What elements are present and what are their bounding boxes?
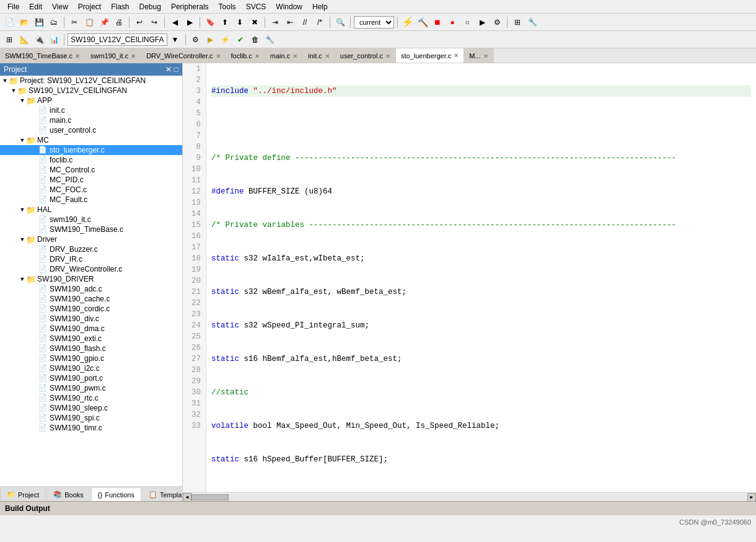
tree-mc-control[interactable]: 📄 MC_Control.c <box>0 165 182 175</box>
tab-swm190-timebase[interactable]: SWM190_TimeBase.c ✕ <box>0 48 86 63</box>
tab-close-6[interactable]: ✕ <box>385 53 390 60</box>
find-btn[interactable]: 🔍 <box>333 16 347 29</box>
tree-mc-pid[interactable]: 📄 MC_PID.c <box>0 175 182 185</box>
tab-drv-wirecontroller[interactable]: DRV_WireController.c ✕ <box>141 48 226 63</box>
menu-file[interactable]: File <box>2 1 24 12</box>
tb2-btn4[interactable]: 📊 <box>47 33 61 47</box>
tree-drv-ir[interactable]: 📄 DRV_IR.c <box>0 254 182 264</box>
menu-edit[interactable]: Edit <box>24 1 47 12</box>
compile-btn[interactable]: ⚡ <box>401 16 415 29</box>
tab-close-1[interactable]: ✕ <box>131 53 136 60</box>
tab-functions[interactable]: {} Functions <box>91 487 141 501</box>
tree-swm190-cache[interactable]: 📄 SWM190_cache.c <box>0 294 182 304</box>
tree-init[interactable]: 📄 init.c <box>0 105 182 115</box>
tab-foclib[interactable]: foclib.c ✕ <box>226 48 265 63</box>
code-area[interactable]: 1 2 3 4 5 6 7 8 9 10 11 12 13 14 15 16 1… <box>183 63 756 492</box>
tree-drv-wire[interactable]: 📄 DRV_WireController.c <box>0 264 182 274</box>
tree-swm190-exti[interactable]: 📄 SWM190_exti.c <box>0 334 182 344</box>
menu-tools[interactable]: Tools <box>214 1 241 12</box>
tab-close-3[interactable]: ✕ <box>255 53 260 60</box>
tb2-run-btn[interactable]: ▶ <box>204 33 218 47</box>
cut-btn[interactable]: ✂ <box>68 16 81 29</box>
tree-drv-buzzer[interactable]: 📄 DRV_Buzzer.c <box>0 244 182 254</box>
debug-step-btn[interactable]: ▶ <box>475 16 489 29</box>
window-btn[interactable]: ⊞ <box>511 16 524 29</box>
menu-window[interactable]: Window <box>271 1 307 12</box>
bookmark-prev-btn[interactable]: ⬆ <box>218 16 232 29</box>
build-btn[interactable]: 🔨 <box>416 16 429 29</box>
menu-debug[interactable]: Debug <box>134 1 166 12</box>
save-btn[interactable]: 💾 <box>32 16 46 29</box>
tree-swm190-spi[interactable]: 📄 SWM190_spi.c <box>0 413 182 423</box>
hscroll-thumb[interactable] <box>191 494 229 500</box>
tree-swm190-i2c[interactable]: 📄 SWM190_i2c.c <box>0 363 182 373</box>
tab-books[interactable]: 📚 Books <box>46 487 90 501</box>
tree-user-control[interactable]: 📄 user_control.c <box>0 125 182 135</box>
tb2-browse-btn[interactable]: ▼ <box>169 33 182 47</box>
tree-swm190-timebase[interactable]: 📄 SWM190_TimeBase.c <box>0 224 182 234</box>
bookmark-next-btn[interactable]: ⬇ <box>233 16 247 29</box>
tab-close-5[interactable]: ✕ <box>325 53 330 60</box>
tab-main[interactable]: main.c ✕ <box>265 48 303 63</box>
hscroll-right-btn[interactable]: ▶ <box>747 493 756 502</box>
tree-foclib[interactable]: 📄 foclib.c <box>0 155 182 165</box>
tree-app-group[interactable]: ▼ 📁 APP <box>0 96 182 105</box>
tb2-options2-btn[interactable]: 🔧 <box>263 33 277 47</box>
tree-swm190-timr[interactable]: 📄 SWM190_timr.c <box>0 423 182 433</box>
undo-btn[interactable]: ↩ <box>133 16 146 29</box>
tab-init[interactable]: init.c ✕ <box>303 48 335 63</box>
bookmark-clear-btn[interactable]: ✖ <box>248 16 262 29</box>
nav-back-btn[interactable]: ◀ <box>168 16 182 29</box>
tree-sw190-root[interactable]: ▼ 📁 SW190_LV12V_CEILINGFAN <box>0 86 182 96</box>
tab-user-control[interactable]: user_control.c ✕ <box>335 48 396 63</box>
config-btn[interactable]: ⚙ <box>490 16 504 29</box>
tab-sto-luenberger[interactable]: sto_luenberger.c ✕ <box>396 48 464 63</box>
menu-project[interactable]: Project <box>73 1 106 12</box>
tb2-config-btn[interactable]: ⚙ <box>189 33 203 47</box>
tab-project[interactable]: 📁 Project <box>0 487 46 501</box>
tree-swm190-cordic[interactable]: 📄 SWM190_cordic.c <box>0 304 182 314</box>
hscroll-track[interactable] <box>191 494 747 500</box>
save-all-btn[interactable]: 🗂 <box>47 16 61 29</box>
tb2-btn3[interactable]: 🔌 <box>32 33 46 47</box>
code-content[interactable]: #include "../inc/include.h" /* Private d… <box>206 63 756 492</box>
tree-driver-group[interactable]: ▼ 📁 Driver <box>0 234 182 244</box>
tree-swm190-pwm[interactable]: 📄 SWM190_pwm.c <box>0 383 182 393</box>
tree-swm190-port[interactable]: 📄 SWM190_port.c <box>0 373 182 383</box>
bookmark-btn[interactable]: 🔖 <box>203 16 217 29</box>
menu-peripherals[interactable]: Peripherals <box>166 1 214 12</box>
code-editor[interactable]: 1 2 3 4 5 6 7 8 9 10 11 12 13 14 15 16 1… <box>183 63 756 501</box>
uncomment-btn[interactable]: /* <box>313 16 327 29</box>
tree-mc-group[interactable]: ▼ 📁 MC <box>0 135 182 145</box>
tab-more[interactable]: M... ✕ <box>464 48 493 63</box>
tab-close-0[interactable]: ✕ <box>75 53 80 60</box>
menu-svcs[interactable]: SVCS <box>241 1 271 12</box>
tree-swm190-gpio[interactable]: 📄 SWM190_gpio.c <box>0 353 182 363</box>
stop-btn[interactable]: ⏹ <box>431 16 444 29</box>
new-file-btn[interactable]: 📄 <box>2 16 16 29</box>
tree-sto-luenberger[interactable]: 📄 sto_luenberger.c <box>0 145 182 155</box>
menu-view[interactable]: View <box>47 1 73 12</box>
redo-btn[interactable]: ↪ <box>147 16 161 29</box>
tree-swm190-sleep[interactable]: 📄 SWM190_sleep.c <box>0 403 182 413</box>
comment-btn[interactable]: // <box>298 16 312 29</box>
tree-swm190-div[interactable]: 📄 SWM190_div.c <box>0 314 182 324</box>
paste-btn[interactable]: 📌 <box>97 16 111 29</box>
tb2-btn1[interactable]: ⊞ <box>2 33 16 47</box>
tree-swm190-rtc[interactable]: 📄 SWM190_rtc.c <box>0 393 182 403</box>
copy-btn[interactable]: 📋 <box>82 16 96 29</box>
menu-help[interactable]: Help <box>307 1 333 12</box>
tree-swm190-it[interactable]: 📄 swm190_it.c <box>0 215 182 224</box>
hscroll-left-btn[interactable]: ◀ <box>183 493 191 502</box>
tb2-erase-btn[interactable]: 🗑 <box>248 33 262 47</box>
print-btn[interactable]: 🖨 <box>112 16 126 29</box>
tree-main[interactable]: 📄 main.c <box>0 115 182 125</box>
tab-templates[interactable]: 📋 Templates <box>142 487 183 501</box>
tree-swm190-dma[interactable]: 📄 SWM190_dma.c <box>0 324 182 334</box>
tab-close-4[interactable]: ✕ <box>292 53 297 60</box>
tree-hal-group[interactable]: ▼ 📁 HAL <box>0 205 182 215</box>
debug-stop-btn[interactable]: ○ <box>460 16 474 29</box>
tree-swm190-adc[interactable]: 📄 SWM190_adc.c <box>0 284 182 294</box>
tree-swm190-flash[interactable]: 📄 SWM190_flash.c <box>0 344 182 353</box>
menu-flash[interactable]: Flash <box>106 1 134 12</box>
